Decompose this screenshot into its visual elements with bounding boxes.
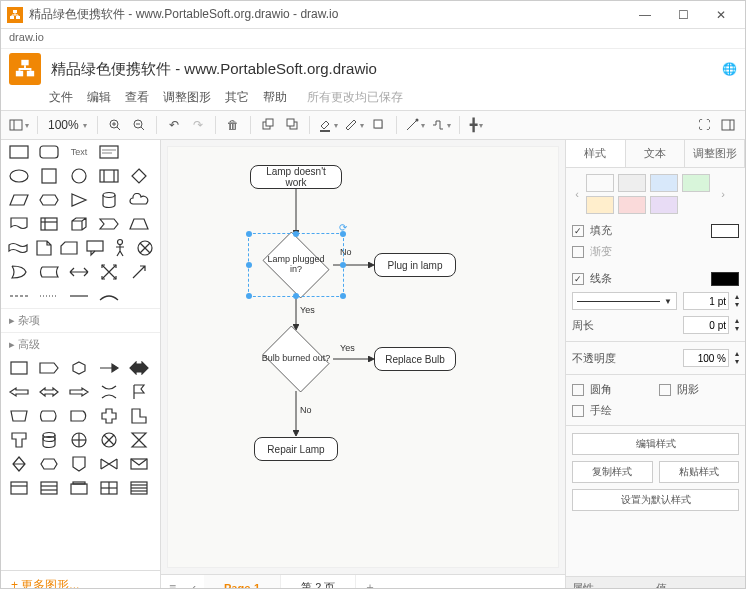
shape-circle[interactable] — [67, 166, 91, 186]
swatch-3[interactable] — [682, 174, 710, 192]
shape-adv-switch[interactable] — [97, 382, 121, 402]
insert-button[interactable]: ╋▾ — [466, 114, 488, 136]
shadow-button[interactable] — [368, 114, 390, 136]
edge-label-no-2[interactable]: No — [300, 405, 312, 415]
format-panel-toggle[interactable] — [717, 114, 739, 136]
flow-node-repair[interactable]: Repair Lamp — [254, 437, 338, 461]
shape-textbox[interactable] — [97, 142, 121, 162]
line-width-stepper[interactable]: ▴▾ — [735, 293, 739, 309]
shape-adv-list2[interactable] — [37, 478, 61, 498]
flow-node-plugged[interactable]: Lamp plugged in? — [261, 235, 331, 295]
shape-adv-4[interactable] — [97, 358, 121, 378]
shape-cloud[interactable] — [127, 190, 151, 210]
shape-adv-corner[interactable] — [127, 406, 151, 426]
edit-style-button[interactable]: 编辑样式 — [572, 433, 739, 455]
fill-color-swatch[interactable] — [711, 224, 739, 238]
swatch-6[interactable] — [650, 196, 678, 214]
shape-square[interactable] — [37, 166, 61, 186]
shape-line-dashed[interactable] — [7, 286, 31, 306]
shape-note[interactable] — [35, 238, 53, 258]
maximize-button[interactable]: ☐ — [665, 3, 701, 27]
edge-label-yes-1[interactable]: Yes — [300, 305, 315, 315]
shape-connector[interactable] — [97, 286, 121, 306]
shape-adv-bowtie[interactable] — [97, 454, 121, 474]
shape-line[interactable] — [67, 286, 91, 306]
shape-rect[interactable] — [7, 142, 31, 162]
shape-adv-manual[interactable] — [7, 406, 31, 426]
menu-view[interactable]: 查看 — [125, 89, 149, 106]
to-back-button[interactable] — [281, 114, 303, 136]
shape-arrow-ne[interactable] — [127, 262, 151, 282]
rounded-checkbox[interactable] — [572, 384, 584, 396]
shape-adv-rows[interactable] — [127, 478, 151, 498]
shape-tape[interactable] — [7, 238, 29, 258]
shape-parallelogram[interactable] — [7, 190, 31, 210]
to-front-button[interactable] — [257, 114, 279, 136]
zoom-in-button[interactable] — [104, 114, 126, 136]
shape-xor[interactable] — [136, 238, 154, 258]
shape-adv-grid[interactable] — [97, 478, 121, 498]
sidebar-toggle-button[interactable]: ▾ — [7, 114, 31, 136]
flow-node-plugin[interactable]: Plug in lamp — [374, 253, 456, 277]
shape-adv-list3[interactable] — [67, 478, 91, 498]
drawing-canvas[interactable]: Lamp doesn't work Lamp plugged in? ⟳ No … — [167, 146, 559, 568]
shapes-scroll-area[interactable]: Text — [1, 140, 160, 570]
rtab-text[interactable]: 文本 — [626, 140, 686, 167]
waypoint-button[interactable]: ▾ — [429, 114, 453, 136]
shape-trapezoid[interactable] — [127, 214, 151, 234]
shape-data-storage[interactable] — [37, 262, 61, 282]
paste-style-button[interactable]: 粘贴样式 — [659, 461, 740, 483]
shape-document[interactable] — [7, 214, 31, 234]
set-default-style-button[interactable]: 设置为默认样式 — [572, 489, 739, 511]
shape-internal-storage[interactable] — [37, 214, 61, 234]
redo-button[interactable]: ↷ — [187, 114, 209, 136]
perimeter-input[interactable] — [683, 316, 729, 334]
shape-arrow-cross[interactable] — [97, 262, 121, 282]
line-checkbox[interactable] — [572, 273, 584, 285]
shape-diamond[interactable] — [127, 166, 151, 186]
copy-style-button[interactable]: 复制样式 — [572, 461, 653, 483]
shape-adv-arrow-r[interactable] — [67, 382, 91, 402]
shape-adv-list1[interactable] — [7, 478, 31, 498]
shape-adv-offpage[interactable] — [67, 454, 91, 474]
menu-file[interactable]: 文件 — [49, 89, 73, 106]
shadow-checkbox[interactable] — [659, 384, 671, 396]
category-misc[interactable]: ▸ 杂项 — [1, 308, 160, 332]
menu-help[interactable]: 帮助 — [263, 89, 287, 106]
shape-adv-display[interactable] — [37, 406, 61, 426]
close-button[interactable]: ✕ — [703, 3, 739, 27]
undo-button[interactable]: ↶ — [163, 114, 185, 136]
edge-label-yes-2[interactable]: Yes — [340, 343, 355, 353]
attributes-section[interactable]: 属性 值 — [566, 576, 745, 589]
shape-actor[interactable] — [111, 238, 129, 258]
line-color-button[interactable]: ▾ — [342, 114, 366, 136]
swatch-1[interactable] — [618, 174, 646, 192]
fill-checkbox[interactable] — [572, 225, 584, 237]
shape-ellipse[interactable] — [7, 166, 31, 186]
minimize-button[interactable]: — — [627, 3, 663, 27]
shape-adv-orgate[interactable] — [67, 430, 91, 450]
shape-hexagon[interactable] — [37, 190, 61, 210]
shape-adv-loop[interactable] — [37, 454, 61, 474]
fill-color-button[interactable]: ▾ — [316, 114, 340, 136]
shape-adv-cross[interactable] — [97, 406, 121, 426]
swatch-4[interactable] — [586, 196, 614, 214]
opacity-stepper[interactable]: ▴▾ — [735, 350, 739, 366]
category-advanced[interactable]: ▸ 高级 — [1, 332, 160, 356]
shape-adv-collate[interactable] — [127, 430, 151, 450]
shape-adv-flag[interactable] — [127, 382, 151, 402]
shape-adv-arrow-l[interactable] — [7, 382, 31, 402]
shape-card[interactable] — [59, 238, 79, 258]
rtab-style[interactable]: 样式 — [566, 140, 626, 167]
line-style-select[interactable]: ▼ — [572, 292, 677, 310]
shape-cylinder[interactable] — [97, 190, 121, 210]
fullscreen-button[interactable]: ⛶ — [693, 114, 715, 136]
gradient-checkbox[interactable] — [572, 246, 584, 258]
shape-adv-tee[interactable] — [7, 430, 31, 450]
swatch-2[interactable] — [650, 174, 678, 192]
shape-rounded-rect[interactable] — [37, 142, 61, 162]
delete-button[interactable]: 🗑 — [222, 114, 244, 136]
shape-adv-5[interactable] — [127, 358, 151, 378]
language-icon[interactable]: 🌐 — [722, 62, 737, 76]
shape-adv-2[interactable] — [37, 358, 61, 378]
